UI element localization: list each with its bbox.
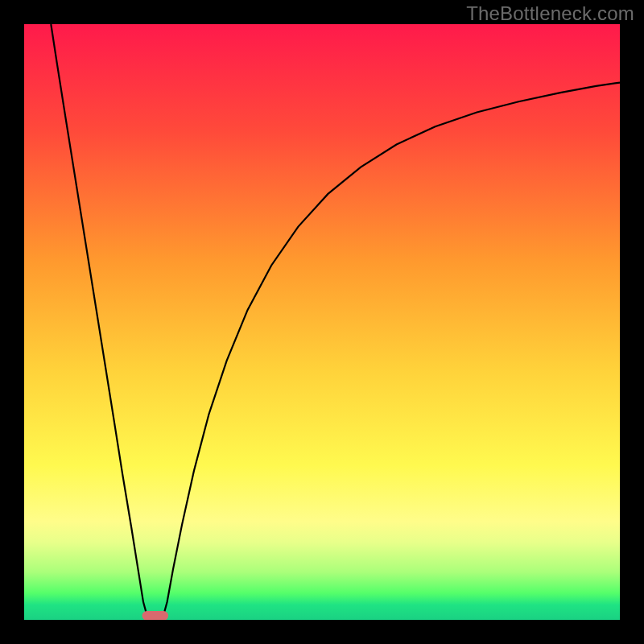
- chart-frame: TheBottleneck.com: [0, 0, 644, 644]
- optimal-zone-marker: [142, 611, 169, 620]
- gradient-background: [24, 24, 620, 620]
- chart-svg: [24, 24, 620, 620]
- watermark-text: TheBottleneck.com: [466, 2, 634, 25]
- plot-area: [24, 24, 620, 620]
